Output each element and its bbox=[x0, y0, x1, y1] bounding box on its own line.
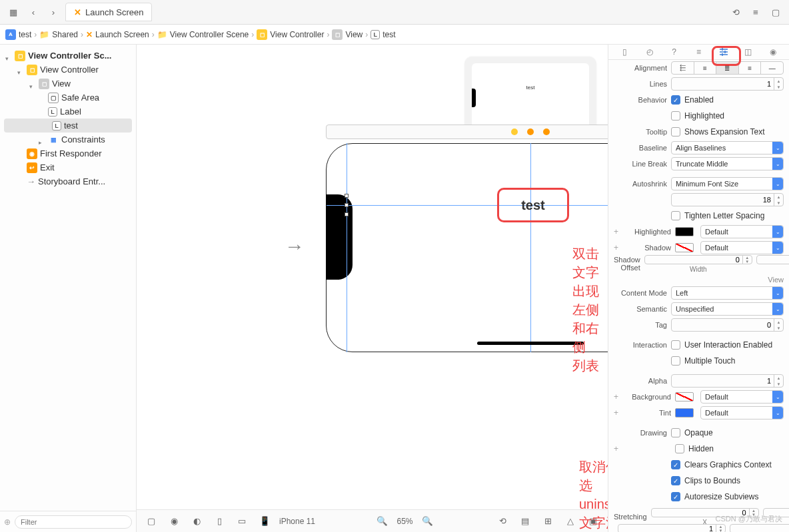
outline-first-responder[interactable]: ◉First Responder bbox=[0, 146, 136, 160]
orientation-icon[interactable]: ▯ bbox=[211, 514, 227, 529]
outline-view[interactable]: ◻View bbox=[0, 77, 136, 91]
outline-safe-area[interactable]: ▢Safe Area bbox=[0, 91, 136, 105]
semantic-select[interactable]: Unspecified⌄ bbox=[671, 302, 784, 316]
file-inspector-icon[interactable]: ▯ bbox=[618, 45, 632, 59]
autoshrink-select[interactable]: Minimum Font Size⌄ bbox=[671, 177, 784, 190]
panel-toggle-icon[interactable]: ▢ bbox=[768, 5, 784, 19]
breadcrumb-item[interactable]: ◻View Controller bbox=[257, 29, 324, 40]
resolve-icon[interactable]: △ bbox=[562, 514, 578, 529]
add-variant-button[interactable]: + bbox=[614, 408, 622, 417]
outline-filter-input[interactable] bbox=[15, 515, 132, 529]
canvas[interactable]: test → test bbox=[137, 45, 608, 509]
add-variant-button[interactable]: + bbox=[614, 243, 622, 252]
device-icon[interactable]: 📱 bbox=[257, 514, 273, 529]
align-icon[interactable]: ▤ bbox=[517, 514, 533, 529]
view-section-header: View bbox=[608, 272, 789, 285]
selection-handle[interactable] bbox=[345, 194, 349, 198]
stretch-h-field[interactable]: ▲▼ bbox=[730, 524, 789, 533]
connections-inspector-icon[interactable]: ◉ bbox=[766, 45, 780, 59]
color-swatch[interactable] bbox=[675, 243, 694, 252]
highlighted-checkbox[interactable] bbox=[671, 111, 680, 121]
reload-icon[interactable]: ⟲ bbox=[728, 5, 744, 19]
outline-exit[interactable]: ↩Exit bbox=[0, 160, 136, 174]
outline-constraints[interactable]: ▦Constraints bbox=[0, 133, 136, 146]
tooltip-checkbox[interactable] bbox=[671, 127, 680, 136]
shadow-color-select[interactable]: Default⌄ bbox=[700, 241, 784, 254]
appearance-icon[interactable]: ◐ bbox=[189, 514, 205, 529]
outline-toggle-icon[interactable]: ▢ bbox=[143, 514, 159, 529]
back-button[interactable]: ‹ bbox=[25, 5, 41, 19]
uie-checkbox[interactable] bbox=[671, 340, 680, 350]
tighten-checkbox[interactable] bbox=[671, 211, 680, 220]
stretch-w-field[interactable]: ▲▼ bbox=[618, 524, 726, 533]
content-mode-select[interactable]: Left⌄ bbox=[671, 286, 784, 300]
highlighted-color-select[interactable]: Default⌄ bbox=[700, 225, 784, 238]
editor-tab[interactable]: ✕ Launch Screen bbox=[65, 3, 152, 21]
shadow-height-field[interactable]: ▲▼ bbox=[756, 255, 789, 264]
help-inspector-icon[interactable]: ? bbox=[667, 45, 682, 59]
minimap-label: test bbox=[526, 85, 535, 91]
breadcrumb-item[interactable]: Ltest bbox=[371, 30, 395, 39]
background-select[interactable]: Default⌄ bbox=[700, 390, 784, 403]
outline-test-label[interactable]: Ltest bbox=[4, 119, 132, 133]
focus-icon[interactable]: ⟲ bbox=[494, 514, 510, 529]
breadcrumb-item[interactable]: Atest bbox=[5, 29, 31, 40]
add-variant-button[interactable]: + bbox=[614, 392, 622, 401]
opaque-checkbox[interactable] bbox=[671, 428, 680, 437]
baseline-select[interactable]: Align Baselines⌄ bbox=[671, 141, 784, 154]
shadow-width-field[interactable]: ▲▼ bbox=[644, 255, 752, 264]
outline-label[interactable]: LLabel bbox=[0, 105, 136, 119]
forward-button[interactable]: › bbox=[45, 5, 61, 19]
document-outline: ◻View Controller Sc... ◻View Controller … bbox=[0, 45, 137, 532]
tint-select[interactable]: Default⌄ bbox=[700, 406, 784, 419]
autoresize-checkbox[interactable]: ✓ bbox=[671, 492, 680, 501]
tag-field[interactable]: ▲▼ bbox=[671, 318, 784, 332]
alignment-segmented[interactable]: ⬱≡≣≡— bbox=[671, 61, 784, 75]
minimap[interactable]: test bbox=[465, 57, 596, 135]
selected-label[interactable]: test bbox=[497, 188, 569, 222]
scene-dot-icon bbox=[511, 129, 518, 135]
lines-field[interactable]: ▲▼ bbox=[671, 77, 784, 91]
color-swatch[interactable] bbox=[675, 227, 694, 236]
clears-checkbox[interactable]: ✓ bbox=[671, 460, 680, 469]
linebreak-select[interactable]: Truncate Middle⌄ bbox=[671, 157, 784, 170]
add-variant-button[interactable]: + bbox=[614, 227, 622, 236]
autoshrink-value[interactable]: ▲▼ bbox=[671, 193, 784, 206]
identity-inspector-icon[interactable]: ≡ bbox=[692, 45, 706, 59]
attributes-inspector-icon[interactable] bbox=[716, 45, 731, 59]
add-variant-button[interactable]: + bbox=[614, 444, 622, 453]
pin-icon[interactable]: ⊞ bbox=[540, 514, 556, 529]
scene-dot-icon bbox=[527, 129, 534, 135]
color-swatch[interactable] bbox=[675, 408, 694, 417]
inspector-tabs: ▯ ◴ ? ≡ ◫ ◉ bbox=[608, 45, 789, 60]
device-notch bbox=[326, 194, 353, 280]
multitouch-checkbox[interactable] bbox=[671, 356, 680, 366]
clips-checkbox[interactable]: ✓ bbox=[671, 476, 680, 485]
outline-scene[interactable]: ◻View Controller Sc... bbox=[0, 49, 136, 63]
outline-view-controller[interactable]: ◻View Controller bbox=[0, 63, 136, 77]
selection-handle[interactable] bbox=[345, 212, 349, 216]
accessibility-icon[interactable]: ◉ bbox=[166, 514, 182, 529]
canvas-bottom-bar: ▢ ◉ ◐ ▯ ▭ 📱 iPhone 11 🔍 65% 🔍 ⟲ ▤ ⊞ △ ▣ bbox=[137, 509, 608, 532]
outline-storyboard-entry[interactable]: →Storyboard Entr... bbox=[0, 174, 136, 188]
zoom-out-icon[interactable]: 🔍 bbox=[375, 514, 391, 529]
adjust-editor-icon[interactable]: ≡ bbox=[748, 5, 764, 19]
history-inspector-icon[interactable]: ◴ bbox=[642, 45, 657, 59]
color-swatch[interactable] bbox=[675, 392, 694, 401]
zoom-label[interactable]: 65% bbox=[397, 517, 413, 526]
size-inspector-icon[interactable]: ◫ bbox=[741, 45, 756, 59]
device-label[interactable]: iPhone 11 bbox=[279, 517, 315, 526]
breadcrumb-item[interactable]: ✕Launch Screen bbox=[86, 30, 149, 39]
hidden-checkbox[interactable] bbox=[675, 444, 684, 453]
selection-handle[interactable] bbox=[345, 203, 349, 207]
breadcrumb-item[interactable]: 📁Shared bbox=[39, 30, 78, 39]
breadcrumb-item[interactable]: ◻View bbox=[332, 29, 363, 40]
enabled-checkbox[interactable]: ✓ bbox=[671, 95, 680, 105]
alpha-field[interactable]: ▲▼ bbox=[671, 374, 784, 388]
orientation-land-icon[interactable]: ▭ bbox=[234, 514, 250, 529]
filter-icon: ⊕ bbox=[4, 517, 11, 527]
breadcrumb-item[interactable]: 📁View Controller Scene bbox=[157, 30, 249, 39]
initial-vc-arrow-icon[interactable]: → bbox=[285, 235, 305, 258]
grid-icon[interactable]: ▦ bbox=[5, 5, 21, 19]
zoom-in-icon[interactable]: 🔍 bbox=[420, 514, 436, 529]
